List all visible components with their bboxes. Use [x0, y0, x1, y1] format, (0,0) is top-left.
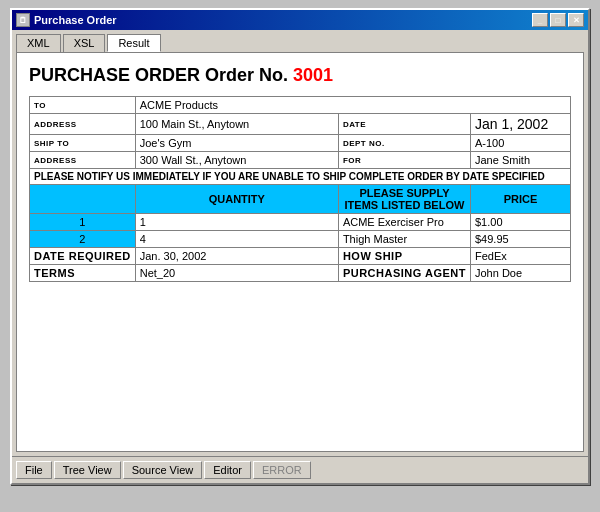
- minimize-button[interactable]: _: [532, 13, 548, 27]
- footer-row-1: DATE REQUIRED Jan. 30, 2002 HOW SHIP Fed…: [30, 248, 571, 265]
- col-num-header: [30, 185, 136, 214]
- item-row-2: 2 4 Thigh Master $49.95: [30, 231, 571, 248]
- col-quantity-header: QUANTITY: [135, 185, 338, 214]
- bottom-bar: File Tree View Source View Editor ERROR: [12, 456, 588, 483]
- window-title: Purchase Order: [34, 14, 117, 26]
- tab-xml[interactable]: XML: [16, 34, 61, 52]
- terms-label: TERMS: [30, 265, 136, 282]
- address-label: ADDRESS: [30, 114, 136, 135]
- tab-result[interactable]: Result: [107, 34, 160, 52]
- purchasing-agent-value: John Doe: [471, 265, 571, 282]
- col-price-header: PRICE: [471, 185, 571, 214]
- dept-no-value: A-100: [471, 135, 571, 152]
- content-area: PURCHASE ORDER Order No. 3001 TO ACME Pr…: [16, 52, 584, 452]
- bottom-tab-treeview[interactable]: Tree View: [54, 461, 121, 479]
- item-2-num: 2: [30, 231, 136, 248]
- terms-value: Net_20: [135, 265, 338, 282]
- footer-row-2: TERMS Net_20 PURCHASING AGENT John Doe: [30, 265, 571, 282]
- title-bar: 🗒 Purchase Order _ □ ✕: [12, 10, 588, 30]
- bottom-tab-error: ERROR: [253, 461, 311, 479]
- address-value: 100 Main St., Anytown: [135, 114, 338, 135]
- title-bar-left: 🗒 Purchase Order: [16, 13, 117, 27]
- po-heading: PURCHASE ORDER Order No. 3001: [29, 65, 571, 86]
- how-ship-label: HOW SHIP: [338, 248, 470, 265]
- bottom-tab-file[interactable]: File: [16, 461, 52, 479]
- po-order-label-text: Order No.: [205, 65, 288, 85]
- tab-xsl[interactable]: XSL: [63, 34, 106, 52]
- date-value: Jan 1, 2002: [471, 114, 571, 135]
- item-2-quantity: 4: [135, 231, 338, 248]
- app-icon: 🗒: [16, 13, 30, 27]
- date-label: DATE: [338, 114, 470, 135]
- for-label: FOR: [338, 152, 470, 169]
- for-value: Jane Smith: [471, 152, 571, 169]
- date-required-value: Jan. 30, 2002: [135, 248, 338, 265]
- notice-text: PLEASE NOTIFY US IMMEDIATELY IF YOU ARE …: [30, 169, 571, 185]
- title-controls: _ □ ✕: [532, 13, 584, 27]
- purchasing-agent-label: PURCHASING AGENT: [338, 265, 470, 282]
- to-value: ACME Products: [135, 97, 570, 114]
- header-row: QUANTITY PLEASE SUPPLY ITEMS LISTED BELO…: [30, 185, 571, 214]
- to-label: TO: [30, 97, 136, 114]
- item-1-quantity: 1: [135, 214, 338, 231]
- address2-label: ADDRESS: [30, 152, 136, 169]
- notice-row: PLEASE NOTIFY US IMMEDIATELY IF YOU ARE …: [30, 169, 571, 185]
- bottom-tab-editor[interactable]: Editor: [204, 461, 251, 479]
- item-row-1: 1 1 ACME Exerciser Pro $1.00: [30, 214, 571, 231]
- item-1-price: $1.00: [471, 214, 571, 231]
- maximize-button[interactable]: □: [550, 13, 566, 27]
- col-items-header: PLEASE SUPPLY ITEMS LISTED BELOW: [338, 185, 470, 214]
- address-date-row: ADDRESS 100 Main St., Anytown DATE Jan 1…: [30, 114, 571, 135]
- address2-for-row: ADDRESS 300 Wall St., Anytown FOR Jane S…: [30, 152, 571, 169]
- po-table: TO ACME Products ADDRESS 100 Main St., A…: [29, 96, 571, 282]
- main-window: 🗒 Purchase Order _ □ ✕ XML XSL Result PU…: [10, 8, 590, 485]
- ship-to-label: SHIP TO: [30, 135, 136, 152]
- ship-to-value: Joe's Gym: [135, 135, 338, 152]
- item-2-description: Thigh Master: [338, 231, 470, 248]
- address2-value: 300 Wall St., Anytown: [135, 152, 338, 169]
- item-1-description: ACME Exerciser Pro: [338, 214, 470, 231]
- po-order-no: 3001: [293, 65, 333, 85]
- date-required-label: DATE REQUIRED: [30, 248, 136, 265]
- close-button[interactable]: ✕: [568, 13, 584, 27]
- to-row: TO ACME Products: [30, 97, 571, 114]
- tab-bar: XML XSL Result: [12, 30, 588, 52]
- item-2-price: $49.95: [471, 231, 571, 248]
- ship-dept-row: SHIP TO Joe's Gym DEPT NO. A-100: [30, 135, 571, 152]
- item-1-num: 1: [30, 214, 136, 231]
- bottom-tab-sourceview[interactable]: Source View: [123, 461, 203, 479]
- how-ship-value: FedEx: [471, 248, 571, 265]
- dept-no-label: DEPT NO.: [338, 135, 470, 152]
- po-title-text: PURCHASE ORDER: [29, 65, 200, 85]
